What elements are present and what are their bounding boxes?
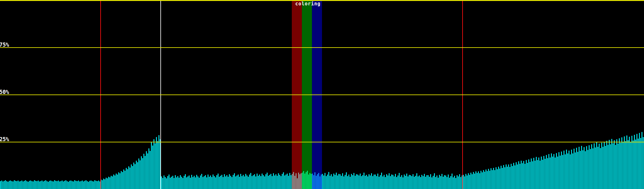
bar [289, 173, 290, 189]
bar [448, 175, 449, 189]
bar [79, 181, 80, 189]
bar [369, 174, 369, 189]
bar [551, 153, 552, 189]
bar [233, 175, 234, 189]
bar [272, 176, 273, 189]
bar [164, 175, 164, 189]
bar [502, 168, 503, 189]
bar [634, 135, 635, 189]
bar [453, 177, 454, 189]
bar [517, 164, 518, 189]
bar [132, 166, 133, 189]
bar [582, 150, 583, 189]
bar [214, 176, 215, 189]
bar [83, 181, 84, 189]
bar [111, 176, 112, 189]
bar [482, 172, 483, 189]
bar [172, 176, 173, 189]
bar [364, 173, 364, 189]
bar [45, 180, 46, 189]
bar [596, 142, 597, 189]
bar [221, 175, 222, 189]
bar [567, 153, 568, 189]
bar [390, 176, 391, 189]
bar [601, 143, 602, 189]
bar [297, 178, 298, 189]
bar [54, 180, 55, 189]
bar [244, 176, 245, 189]
bar [119, 173, 120, 189]
bar [343, 176, 344, 189]
bar [189, 175, 190, 189]
bar [314, 172, 315, 189]
bar [410, 175, 411, 189]
bar [11, 181, 12, 189]
bar [195, 177, 196, 189]
bar [89, 181, 90, 189]
bar [468, 173, 469, 189]
bar [316, 176, 317, 189]
bar [70, 180, 71, 189]
bar [414, 177, 415, 189]
bar [30, 180, 31, 189]
bar [475, 171, 476, 189]
bar [211, 177, 212, 189]
bar [140, 160, 141, 189]
bar [639, 133, 640, 189]
bar [220, 176, 221, 189]
bar [167, 176, 168, 189]
bar [171, 177, 172, 189]
bar [313, 175, 314, 189]
bar [243, 175, 244, 189]
bar [264, 176, 265, 189]
bar [322, 174, 323, 189]
bar [595, 147, 596, 189]
bar [494, 170, 495, 189]
bar [396, 177, 397, 189]
bar [366, 175, 367, 189]
bar [497, 169, 498, 189]
gridline-y150 [0, 47, 644, 48]
bar [425, 177, 426, 189]
bar [635, 140, 636, 189]
bar [192, 177, 193, 189]
bar [151, 142, 152, 189]
bar [270, 174, 271, 189]
bar [402, 177, 403, 189]
bar [592, 148, 593, 189]
bar [80, 181, 81, 189]
bar [449, 178, 450, 189]
bar [629, 137, 630, 189]
bar [643, 137, 644, 189]
bar [562, 155, 563, 189]
bar [67, 181, 68, 189]
bar [372, 176, 373, 189]
bar [557, 157, 558, 189]
bar [552, 157, 553, 189]
bar [548, 154, 549, 189]
bar [309, 173, 310, 189]
bar [470, 173, 471, 189]
bar [219, 177, 220, 189]
bar [25, 180, 26, 189]
bar [150, 151, 151, 189]
bar [9, 181, 10, 189]
bar [72, 181, 73, 189]
bar [504, 167, 505, 189]
bar [450, 176, 451, 189]
bar [109, 177, 110, 189]
bar [606, 141, 607, 189]
bar [405, 176, 406, 189]
bar [268, 176, 269, 189]
bar [299, 174, 300, 189]
bar [311, 174, 312, 189]
bar [356, 174, 357, 189]
bar [87, 181, 88, 189]
bar [274, 175, 275, 189]
bar [6, 181, 7, 189]
bar [248, 177, 249, 189]
gridline-y300 [0, 94, 644, 95]
bar [498, 167, 499, 189]
bar [19, 181, 20, 189]
bar [106, 178, 107, 189]
